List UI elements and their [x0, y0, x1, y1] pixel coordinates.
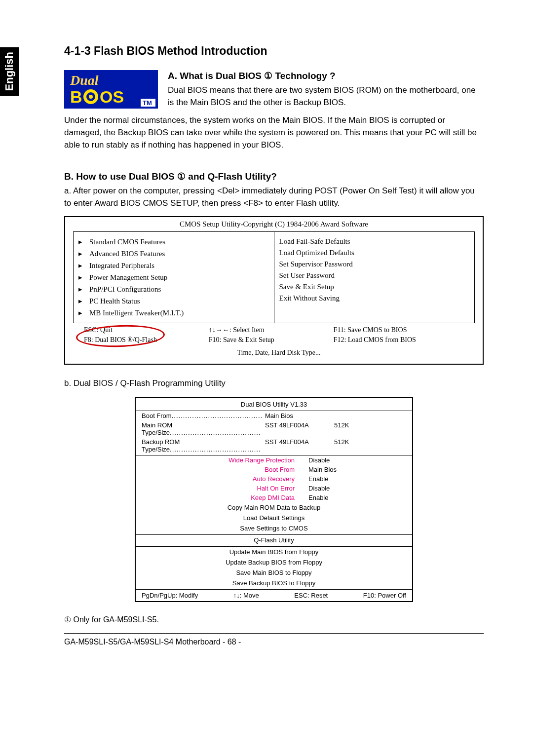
cmos-item: MB Intelligent Tweaker(M.I.T.) [89, 309, 184, 317]
qf-info-val: SST 49LF004A [265, 438, 334, 453]
svg-text:OS: OS [100, 87, 124, 106]
cmos-footer-bottom: Time, Date, Hard Disk Type... [84, 346, 474, 357]
cmos-item: Advanced BIOS Features [89, 250, 165, 258]
cmos-item: Power Management Setup [89, 273, 167, 281]
subsection-a-heading: A. What is Dual BIOS ① Technology ? [168, 70, 484, 81]
qflash-screenshot: Dual BIOS Utility V1.33 Boot FromMain Bi… [135, 397, 413, 602]
subsection-b-heading: B. How to use Dual BIOS ① and Q-Flash Ut… [64, 171, 484, 182]
cmos-item: Save & Exit Setup [279, 281, 470, 293]
qf-action: Load Default Settings [136, 513, 412, 523]
qf-info-label: Boot From [142, 412, 265, 419]
cmos-item: PnP/PCI Configurations [89, 285, 161, 293]
cmos-item: PC Health Status [89, 297, 140, 305]
qf-info-val: Main Bios [265, 412, 334, 419]
cmos-key-f10: F10: Save & Exit Setup [209, 336, 334, 344]
subsection-b-line: b. Dual BIOS / Q-Flash Programming Utili… [64, 378, 484, 388]
qf-action: Update Main BIOS from Floppy [136, 547, 412, 557]
qflash-title: Dual BIOS Utility V1.33 [136, 398, 412, 411]
cmos-item: Load Optimized Defaults [279, 247, 470, 259]
cmos-item: Set User Password [279, 270, 470, 281]
cmos-title: CMOS Setup Utility-Copyright (C) 1984-20… [65, 217, 483, 231]
qf-qflash-label: Q-Flash Utility [136, 535, 412, 545]
cmos-key-f8-circled: F8: Dual BIOS ®/Q-Flash [84, 336, 157, 344]
qf-action: Save Main BIOS to Floppy [136, 567, 412, 578]
qf-info-label: Backup ROM Type/Size [142, 438, 265, 453]
footer-rule [64, 633, 484, 634]
qf-key: F10: Power Off [363, 592, 406, 599]
qf-info-label: Main ROM Type/Size [142, 421, 265, 436]
qf-opt-val: Enable [308, 494, 406, 501]
qf-action: Copy Main ROM Data to Backup [136, 502, 412, 513]
cmos-footer: ESC: Quit ↑↓→←: Select Item F11: Save CM… [65, 326, 483, 364]
qf-info-val: SST 49LF004A [265, 421, 334, 436]
cmos-setup-screenshot: CMOS Setup Utility-Copyright (C) 1984-20… [64, 216, 484, 365]
qf-opt-label: Auto Recovery [142, 475, 308, 483]
cmos-key-f12: F12: Load CMOS from BIOS [334, 336, 474, 344]
subsection-b-para: a. After power on the computer, pressing… [64, 185, 484, 209]
cmos-right-column: Load Fail-Safe Defaults Load Optimized D… [274, 232, 475, 323]
cmos-item: Exit Without Saving [279, 293, 470, 304]
cmos-left-column: ▸Standard CMOS Features ▸Advanced BIOS F… [74, 232, 274, 323]
section-title: 4-1-3 Flash BIOS Method Introduction [64, 44, 484, 58]
page-footer: GA-M59SLI-S5/GA-M59SLI-S4 Motherboard - … [64, 638, 484, 646]
language-tab: English [0, 47, 19, 96]
cmos-item: Set Supervisor Password [279, 259, 470, 270]
qf-opt-label: Wide Range Protection [142, 456, 308, 464]
qf-opt-val: Disable [308, 456, 406, 464]
qf-opt-val: Disable [308, 485, 406, 492]
cmos-key-arrows: ↑↓→←: Select Item [209, 326, 334, 334]
qf-key: ↑↓: Move [233, 592, 259, 599]
cmos-item: Standard CMOS Features [89, 238, 165, 246]
qf-opt-label: Keep DMI Data [142, 494, 308, 501]
subsection-a-para1: Dual BIOS means that there are two syste… [168, 84, 484, 109]
qf-action: Save Backup BIOS to Floppy [136, 578, 412, 588]
dualbios-logo: Dual B OS TM TM [64, 70, 158, 109]
qf-key: PgDn/PgUp: Modify [142, 592, 198, 599]
footnote: ① Only for GA-M59SLI-S5. [64, 615, 484, 624]
qf-action: Update Backup BIOS from Floppy [136, 557, 412, 567]
cmos-item: Integrated Peripherals [89, 262, 154, 269]
qf-action: Save Settings to CMOS [136, 523, 412, 533]
subsection-a-para2: Under the normal circumstances, the syst… [64, 114, 484, 151]
cmos-item: Load Fail-Safe Defaults [279, 236, 470, 247]
svg-text:B: B [70, 87, 82, 106]
svg-point-5 [89, 95, 93, 99]
qf-key: ESC: Reset [294, 592, 328, 599]
svg-text:TM: TM [143, 99, 152, 107]
qf-opt-label: Boot From [142, 466, 308, 473]
svg-text:Dual: Dual [70, 73, 99, 88]
qf-opt-val: Main Bios [308, 466, 406, 473]
qf-opt-label: Halt On Error [142, 485, 308, 492]
qf-opt-val: Enable [308, 475, 406, 483]
cmos-key-f11: F11: Save CMOS to BIOS [334, 326, 474, 334]
